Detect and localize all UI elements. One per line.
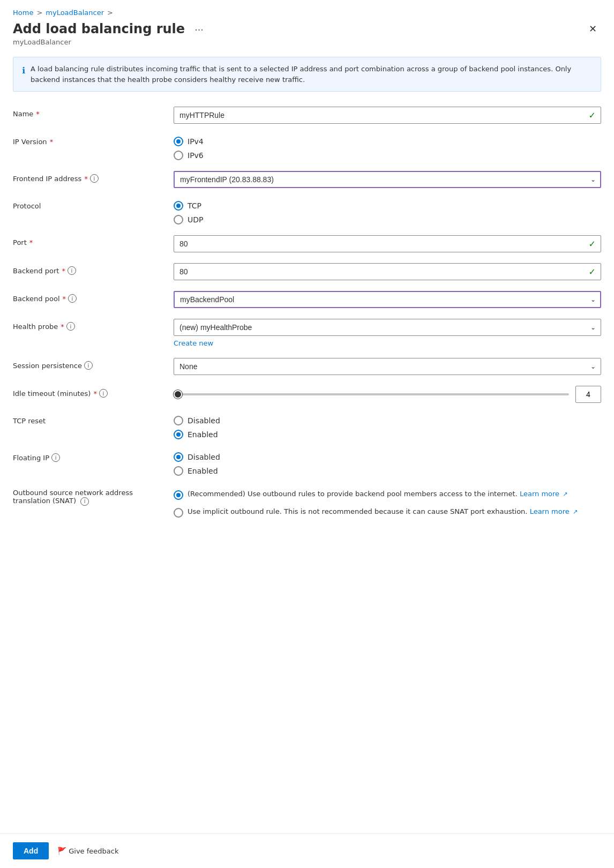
backend-pool-info-icon: i <box>68 294 77 303</box>
floating-ip-radio-group: Disabled Enabled <box>174 450 601 476</box>
outbound-recommended-radio[interactable] <box>174 490 183 500</box>
port-label: Port * <box>13 235 174 246</box>
health-probe-required: * <box>61 323 64 331</box>
floating-ip-enabled-option[interactable]: Enabled <box>174 466 601 476</box>
breadcrumb-sep2: > <box>107 9 113 17</box>
udp-label: UDP <box>188 215 203 224</box>
backend-port-input[interactable] <box>174 263 601 280</box>
name-label: Name * <box>13 107 174 118</box>
health-probe-row: Health probe * i (new) myHealthProbe ⌄ C… <box>13 319 601 347</box>
floating-ip-disabled-option[interactable]: Disabled <box>174 452 601 462</box>
backend-port-info-icon: i <box>68 266 76 275</box>
backend-pool-dropdown-wrapper: myBackendPool ⌄ <box>174 291 601 308</box>
tcp-radio[interactable] <box>174 201 183 211</box>
close-button[interactable]: ✕ <box>585 21 601 37</box>
health-probe-dropdown[interactable]: (new) myHealthProbe <box>174 319 601 336</box>
frontend-ip-control: myFrontendIP (20.83.88.83) ⌄ <box>174 171 601 188</box>
create-new-link[interactable]: Create new <box>174 339 601 347</box>
session-persistence-control: None ⌄ <box>174 358 601 375</box>
protocol-control: TCP UDP <box>174 199 601 225</box>
udp-radio[interactable] <box>174 215 183 225</box>
page-subtitle: myLoadBalancer <box>13 38 601 46</box>
outbound-snat-info-icon: i <box>80 497 89 506</box>
floating-ip-label: Floating IP i <box>13 450 174 462</box>
backend-port-label: Backend port * i <box>13 263 174 275</box>
backend-port-required: * <box>62 267 65 275</box>
tcp-reset-enabled-radio[interactable] <box>174 430 183 439</box>
ip-version-control: IPv4 IPv6 <box>174 134 601 160</box>
info-text: A load balancing rule distributes incomi… <box>31 64 592 85</box>
feedback-icon: 🚩 <box>57 847 66 855</box>
tcp-reset-disabled-option[interactable]: Disabled <box>174 416 601 425</box>
ipv4-option[interactable]: IPv4 <box>174 137 601 146</box>
tcp-reset-disabled-radio[interactable] <box>174 416 183 425</box>
backend-port-row: Backend port * i ✓ <box>13 263 601 280</box>
outbound-snat-row: Outbound source network address translat… <box>13 487 601 518</box>
frontend-ip-dropdown[interactable]: myFrontendIP (20.83.88.83) <box>174 171 601 188</box>
tcp-reset-enabled-option[interactable]: Enabled <box>174 430 601 439</box>
tcp-reset-label: TCP reset <box>13 414 174 425</box>
outbound-snat-label: Outbound source network address translat… <box>13 487 174 506</box>
give-feedback-link[interactable]: 🚩 Give feedback <box>57 847 118 855</box>
idle-timeout-info-icon: i <box>99 389 108 398</box>
floating-ip-info-icon: i <box>51 453 60 462</box>
port-row: Port * ✓ <box>13 235 601 252</box>
idle-timeout-value[interactable] <box>575 386 601 403</box>
ip-version-label: IP Version * <box>13 134 174 146</box>
idle-timeout-label: Idle timeout (minutes) * i <box>13 386 174 398</box>
idle-timeout-slider[interactable] <box>174 393 569 395</box>
ipv6-option[interactable]: IPv6 <box>174 151 601 160</box>
port-check-icon: ✓ <box>589 239 596 249</box>
frontend-ip-required: * <box>84 175 88 183</box>
frontend-ip-row: Frontend IP address * i myFrontendIP (20… <box>13 171 601 188</box>
outbound-snat-radio-group: (Recommended) Use outbound rules to prov… <box>174 487 601 518</box>
backend-port-control: ✓ <box>174 263 601 280</box>
outbound-implicit-learn-more[interactable]: Learn more ↗ <box>530 507 578 515</box>
breadcrumb-sep1: > <box>36 9 42 17</box>
backend-pool-label: Backend pool * i <box>13 291 174 303</box>
ipv6-radio[interactable] <box>174 151 183 160</box>
page-header: Add load balancing rule ··· ✕ <box>13 21 601 37</box>
floating-ip-enabled-label: Enabled <box>188 467 218 475</box>
info-icon: ℹ <box>22 64 25 85</box>
page-title: Add load balancing rule <box>13 21 185 36</box>
idle-timeout-required: * <box>93 390 97 398</box>
backend-pool-required: * <box>63 295 66 303</box>
tcp-reset-disabled-label: Disabled <box>188 416 220 425</box>
health-probe-label: Health probe * i <box>13 319 174 331</box>
idle-timeout-control <box>174 386 601 403</box>
ip-version-row: IP Version * IPv4 IPv6 <box>13 134 601 160</box>
ipv4-radio[interactable] <box>174 137 183 146</box>
frontend-ip-info-icon: i <box>90 174 99 183</box>
session-persistence-dropdown[interactable]: None <box>174 358 601 375</box>
udp-option[interactable]: UDP <box>174 215 601 225</box>
footer: Add 🚩 Give feedback <box>0 833 614 868</box>
breadcrumb-lb[interactable]: myLoadBalancer <box>46 9 104 17</box>
floating-ip-disabled-label: Disabled <box>188 453 220 461</box>
session-persistence-label: Session persistence i <box>13 358 174 370</box>
floating-ip-disabled-radio[interactable] <box>174 452 183 462</box>
outbound-implicit-option: Use implicit outbound rule. This is not … <box>174 506 601 518</box>
more-options-button[interactable]: ··· <box>191 22 207 36</box>
outbound-snat-control: (Recommended) Use outbound rules to prov… <box>174 487 601 518</box>
outbound-implicit-radio[interactable] <box>174 508 183 518</box>
name-control: ✓ <box>174 107 601 124</box>
name-check-icon: ✓ <box>589 110 596 121</box>
health-probe-dropdown-wrapper: (new) myHealthProbe ⌄ <box>174 319 601 336</box>
feedback-label: Give feedback <box>69 847 118 855</box>
floating-ip-enabled-radio[interactable] <box>174 466 183 476</box>
name-input[interactable] <box>174 107 601 124</box>
breadcrumb-home[interactable]: Home <box>13 9 33 17</box>
outbound-recommended-learn-more[interactable]: Learn more ↗ <box>520 490 568 498</box>
session-persistence-dropdown-wrapper: None ⌄ <box>174 358 601 375</box>
backend-pool-dropdown[interactable]: myBackendPool <box>174 291 601 308</box>
port-input[interactable] <box>174 235 601 252</box>
floating-ip-row: Floating IP i Disabled Enabled <box>13 450 601 476</box>
form-section: Name * ✓ IP Version * IPv4 <box>13 107 601 833</box>
protocol-label: Protocol <box>13 199 174 210</box>
add-button[interactable]: Add <box>13 842 49 859</box>
port-control: ✓ <box>174 235 601 252</box>
port-required: * <box>29 238 33 246</box>
tcp-option[interactable]: TCP <box>174 201 601 211</box>
ipv4-label: IPv4 <box>188 137 204 146</box>
